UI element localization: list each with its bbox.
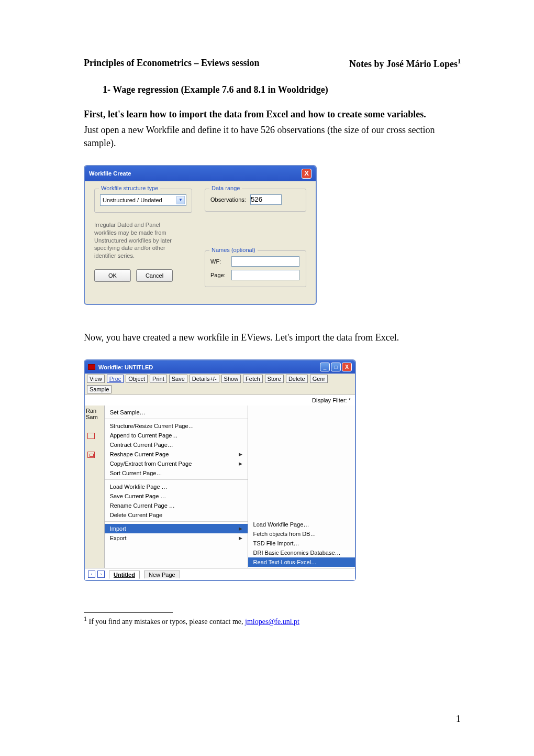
chevron-right-icon: ▶ — [239, 535, 242, 541]
tab-new-page[interactable]: New Page — [144, 571, 180, 578]
cancel-button[interactable]: Cancel — [136, 269, 173, 282]
legend-structure: Workfile structure type — [99, 185, 160, 191]
menu-item[interactable]: Import▶ — [105, 524, 248, 533]
toolbar-genr[interactable]: Genr — [310, 375, 328, 383]
page-input[interactable] — [231, 270, 299, 280]
proc-menu: Set Sample…Structure/Resize Current Page… — [105, 406, 248, 568]
header-left: Principles of Econometrics – Eviews sess… — [84, 58, 259, 70]
submenu-item[interactable]: TSD File Import… — [248, 539, 355, 548]
menu-item[interactable]: Structure/Resize Current Page… — [105, 421, 248, 431]
workfile-window: Workfile: UNTITLED _ □ X ViewProcObjectP… — [84, 359, 356, 581]
display-filter: Display Filter: * — [85, 395, 355, 406]
workfile-left-strip: Ran Sam — [85, 406, 105, 568]
workfile-toolbar: ViewProcObjectPrintSaveDetails+/-ShowFet… — [85, 374, 355, 395]
wf-input[interactable] — [231, 256, 299, 267]
chevron-right-icon: ▶ — [239, 452, 242, 457]
close-icon[interactable]: X — [302, 169, 312, 179]
ok-button[interactable]: OK — [94, 269, 131, 282]
dialog-right-col: Data range Observations: Names (optional… — [205, 189, 306, 294]
strip-sam: Sam — [86, 414, 103, 420]
tab-untitled[interactable]: Untitled — [109, 571, 140, 579]
paragraph-intro-bold: First, let's learn how to import the dat… — [84, 108, 461, 120]
menu-item[interactable]: Set Sample… — [105, 408, 248, 417]
menu-item[interactable]: Contract Current Page… — [105, 440, 248, 450]
dialog-left-col: Workfile structure type Unstructured / U… — [94, 189, 192, 294]
import-submenu: Load Workfile Page…Fetch objects from DB… — [248, 406, 355, 568]
menu-item[interactable]: Delete Current Page — [105, 510, 248, 520]
structure-select[interactable]: Unstructured / Undated ▼ — [100, 194, 186, 206]
close-icon[interactable]: X — [342, 363, 352, 371]
series-icon — [87, 452, 95, 458]
menu-item[interactable]: Load Workfile Page … — [105, 482, 248, 491]
toolbar-object[interactable]: Object — [126, 375, 148, 383]
menu-item[interactable]: Rename Current Page … — [105, 501, 248, 510]
legend-names: Names (optional) — [209, 247, 258, 253]
footnote-text: If you find any mistakes or typos, pleas… — [87, 618, 245, 626]
menu-item[interactable]: Copy/Extract from Current Page▶ — [105, 459, 248, 468]
dialog-workfile-create: Workfile Create X Workfile structure typ… — [84, 165, 317, 305]
menu-item[interactable]: Reshape Current Page▶ — [105, 450, 248, 459]
workfile-statusbar: ‹ › Untitled New Page — [85, 568, 355, 580]
toolbar-fetch[interactable]: Fetch — [243, 375, 263, 383]
paragraph-after-dialog: Now, you have created a new workfile in … — [84, 331, 461, 344]
footnote-ref: 1 — [458, 58, 461, 65]
submenu-item[interactable]: Fetch objects from DB… — [248, 529, 355, 539]
submenu-item[interactable]: Read Text-Lotus-Excel… — [248, 557, 355, 567]
dialog-title-text: Workfile Create — [89, 170, 131, 177]
footnote-rule — [84, 612, 173, 613]
toolbar-store[interactable]: Store — [265, 375, 284, 383]
chevron-right-icon: ▶ — [239, 526, 242, 531]
app-icon — [88, 364, 95, 370]
dialog-titlebar: Workfile Create X — [85, 166, 316, 181]
wf-label: WF: — [210, 258, 227, 265]
page-label: Page: — [210, 272, 227, 278]
maximize-icon[interactable]: □ — [331, 363, 341, 371]
page-prev-button[interactable]: ‹ — [88, 571, 95, 578]
observations-input[interactable] — [250, 194, 282, 205]
menu-item[interactable]: Save Current Page … — [105, 491, 248, 501]
submenu-item[interactable]: Load Workfile Page… — [248, 520, 355, 529]
page-next-button[interactable]: › — [97, 571, 105, 578]
chevron-down-icon: ▼ — [176, 196, 185, 204]
footnote-link[interactable]: jmlopes@fe.unl.pt — [245, 618, 299, 626]
header-row: Principles of Econometrics – Eviews sess… — [84, 58, 461, 70]
fieldset-range: Data range Observations: — [205, 189, 306, 212]
section-heading: 1- Wage regression (Example 7.6 and 8.1 … — [103, 84, 461, 95]
toolbar-print[interactable]: Print — [150, 375, 167, 383]
workfile-title-text: Workfile: UNTITLED — [98, 364, 153, 370]
toolbar-proc[interactable]: Proc — [107, 375, 124, 383]
paragraph-intro: Just open a new Workfile and define it t… — [84, 124, 461, 149]
submenu-item[interactable]: DRI Basic Economics Database… — [248, 548, 355, 557]
chevron-right-icon: ▶ — [239, 461, 242, 466]
page-number: 1 — [456, 714, 461, 725]
structure-select-value: Unstructured / Undated — [103, 197, 162, 203]
fieldset-names: Names (optional) WF: Page: — [205, 250, 306, 287]
menu-item[interactable]: Sort Current Page… — [105, 468, 248, 478]
toolbar-view[interactable]: View — [87, 375, 105, 383]
menu-item[interactable]: Export▶ — [105, 533, 248, 543]
toolbar-details[interactable]: Details+/- — [190, 375, 219, 383]
toolbar-show[interactable]: Show — [221, 375, 241, 383]
minimize-icon[interactable]: _ — [320, 363, 330, 371]
observations-label: Observations: — [210, 196, 246, 203]
legend-range: Data range — [209, 185, 242, 191]
beta-icon — [87, 433, 95, 439]
workfile-titlebar: Workfile: UNTITLED _ □ X — [85, 360, 355, 374]
toolbar-delete[interactable]: Delete — [286, 375, 308, 383]
toolbar-save[interactable]: Save — [169, 375, 187, 383]
strip-ran: Ran — [86, 408, 103, 414]
footnote: 1 If you find any mistakes or typos, ple… — [84, 615, 461, 626]
dialog-hint: Irregular Dated and Panel workfiles may … — [94, 221, 183, 260]
fieldset-structure: Workfile structure type Unstructured / U… — [94, 189, 192, 213]
toolbar-sample[interactable]: Sample — [87, 385, 112, 393]
menu-item[interactable]: Append to Current Page… — [105, 431, 248, 440]
header-right: Notes by José Mário Lopes1 — [349, 58, 461, 70]
